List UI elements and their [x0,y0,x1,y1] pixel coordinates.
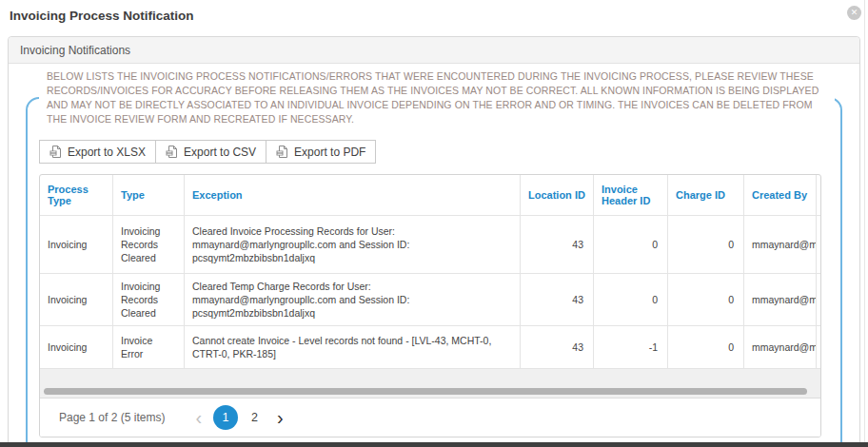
cell-invoice-header-id: 0 [594,274,668,325]
column-header-location-id[interactable]: Location ID [521,175,594,215]
right-edge-divider [864,0,865,447]
pager-nav: ‹ 1 2 › [189,405,288,430]
invoicing-notifications-panel: Invoicing Notifications BELOW LISTS THE … [8,36,860,447]
pager-summary: Page 1 of 2 (5 items) [59,411,165,424]
panel-title: Invoicing Notifications [9,44,130,57]
csv-file-icon [166,146,178,158]
xlsx-file-icon [49,146,62,158]
pager: Page 1 of 2 (5 items) ‹ 1 2 › [40,398,820,437]
cell-invoice-header-id: -1 [594,326,668,368]
cell-created-by: mmaynard@ma [744,216,817,273]
cell-clipped [817,274,821,325]
cell-clipped [817,326,821,368]
export-pdf-label: Export to PDF [294,146,365,159]
cell-created-by: mmaynard@ma [744,274,817,325]
column-header-invoice-header-id[interactable]: Invoice Header ID [594,175,668,215]
pager-page-2[interactable]: 2 [244,411,266,424]
cell-process-type: Invoicing [40,216,113,273]
cell-type: Invoice Error [113,326,185,368]
table-row[interactable]: Invoicing Invoice Error Cannot create In… [40,325,820,368]
cell-exception: Cannot create Invoice - Level records no… [185,326,521,368]
table-row[interactable]: Invoicing Invoicing Records Cleared Clea… [40,215,820,273]
horizontal-scrollbar-thumb[interactable] [44,388,807,395]
cell-location-id: 43 [521,274,594,325]
pager-next-icon[interactable]: › [271,408,289,427]
export-toolbar: Export to XLSX Export to CSV Export to P… [39,140,829,164]
column-header-charge-id[interactable]: Charge ID [668,175,744,215]
cell-exception: Cleared Invoice Processing Records for U… [185,216,521,273]
cell-type: Invoicing Records Cleared [113,216,185,273]
cell-charge-id: 0 [668,216,744,273]
column-header-type[interactable]: Type [113,175,185,215]
column-header-exception[interactable]: Exception [185,175,521,215]
pager-prev-icon[interactable]: ‹ [189,408,207,427]
horizontal-scrollbar[interactable] [40,385,820,398]
export-pdf-button[interactable]: Export to PDF [266,140,376,164]
cell-type: Invoicing Records Cleared [113,274,185,325]
export-csv-button[interactable]: Export to CSV [155,140,266,164]
dialog-titlebar: Invoicing Process Notification ✕ [0,0,868,34]
cell-charge-id: 0 [668,274,744,325]
cell-process-type: Invoicing [40,274,113,325]
cell-exception: Cleared Temp Charge Records for User: mm… [185,274,521,325]
pager-page-1-current[interactable]: 1 [213,405,238,430]
cell-invoice-header-id: 0 [594,216,668,273]
cell-location-id: 43 [521,326,594,368]
cell-location-id: 43 [521,216,594,273]
pdf-file-icon [276,146,288,158]
column-header-created-by[interactable]: Created By [744,175,817,215]
notice-text: BELOW LISTS THE INVOICING PROCESS NOTIFI… [39,69,835,126]
panel-header: Invoicing Notifications [9,37,859,64]
column-header-clipped [817,175,821,215]
cell-process-type: Invoicing [40,326,113,368]
grid-empty-area [40,368,820,385]
export-csv-label: Export to CSV [184,146,256,159]
table-row[interactable]: Invoicing Invoicing Records Cleared Clea… [40,273,820,325]
notifications-frame: BELOW LISTS THE INVOICING PROCESS NOTIFI… [26,69,842,447]
export-xlsx-button[interactable]: Export to XLSX [39,140,156,164]
close-icon[interactable]: ✕ [847,6,861,20]
grid-header-row: Process Type Type Exception Location ID … [40,175,820,215]
bottom-window-edge [0,442,868,447]
column-header-process-type[interactable]: Process Type [40,175,113,215]
cell-clipped [817,216,821,273]
cell-charge-id: 0 [668,326,744,368]
notifications-grid: Process Type Type Exception Location ID … [39,174,821,437]
cell-created-by: mmaynard@ma [744,326,817,368]
dialog-title: Invoicing Process Notification [10,9,194,23]
export-xlsx-label: Export to XLSX [68,146,146,159]
